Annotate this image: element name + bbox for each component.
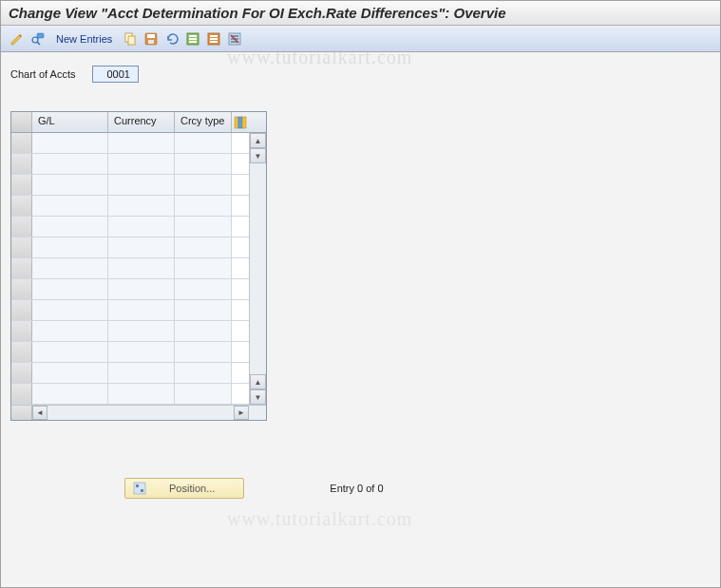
cell-currency[interactable] bbox=[108, 237, 175, 257]
cell-crcy-type[interactable] bbox=[175, 363, 232, 383]
table-row[interactable] bbox=[11, 258, 249, 279]
table-row[interactable] bbox=[11, 342, 249, 363]
cell-currency[interactable] bbox=[108, 196, 175, 216]
svg-rect-11 bbox=[189, 41, 197, 43]
table-row[interactable] bbox=[11, 237, 249, 258]
row-selector[interactable] bbox=[11, 196, 32, 216]
cell-currency[interactable] bbox=[108, 279, 175, 299]
svg-rect-21 bbox=[235, 117, 238, 128]
delete-icon[interactable] bbox=[226, 30, 243, 47]
row-selector[interactable] bbox=[11, 363, 32, 383]
content-area: Chart of Accts 0001 G/L Currency Crcy ty… bbox=[1, 52, 720, 583]
cell-crcy-type[interactable] bbox=[175, 237, 232, 257]
cell-gl[interactable] bbox=[32, 237, 108, 257]
cell-gl[interactable] bbox=[32, 300, 108, 320]
scroll-down-small-icon[interactable]: ▼ bbox=[250, 148, 266, 163]
cell-crcy-type[interactable] bbox=[175, 154, 232, 174]
horizontal-scrollbar[interactable]: ◄ ► bbox=[11, 405, 266, 420]
row-selector[interactable] bbox=[11, 384, 32, 404]
cell-currency[interactable] bbox=[108, 258, 175, 278]
vertical-scrollbar[interactable]: ▲ ▼ ▲ ▼ bbox=[249, 133, 266, 405]
row-selector[interactable] bbox=[11, 237, 32, 257]
cell-gl[interactable] bbox=[32, 321, 108, 341]
hscroll-track[interactable] bbox=[47, 406, 234, 420]
row-selector[interactable] bbox=[11, 154, 32, 174]
select-all-column[interactable] bbox=[11, 112, 32, 132]
cell-gl[interactable] bbox=[32, 258, 108, 278]
cell-crcy-type[interactable] bbox=[175, 217, 232, 237]
cell-currency[interactable] bbox=[108, 300, 175, 320]
table-row[interactable] bbox=[11, 175, 249, 196]
cell-currency[interactable] bbox=[108, 321, 175, 341]
toolbar: New Entries bbox=[1, 26, 720, 52]
save-icon[interactable] bbox=[142, 30, 160, 47]
data-grid: G/L Currency Crcy type ▲ ▼ ▲ ▼ ◄ ► bbox=[10, 111, 267, 421]
cell-currency[interactable] bbox=[108, 217, 175, 237]
cell-gl[interactable] bbox=[32, 217, 108, 237]
column-header-crcy-type[interactable]: Crcy type bbox=[175, 112, 232, 132]
cell-gl[interactable] bbox=[32, 175, 108, 195]
cell-crcy-type[interactable] bbox=[175, 175, 232, 195]
svg-rect-9 bbox=[189, 35, 197, 37]
row-selector[interactable] bbox=[11, 300, 32, 320]
row-selector[interactable] bbox=[11, 175, 32, 195]
scroll-track[interactable] bbox=[250, 163, 266, 374]
scroll-right-icon[interactable]: ► bbox=[234, 406, 249, 420]
table-row[interactable] bbox=[11, 300, 249, 321]
cell-crcy-type[interactable] bbox=[175, 321, 232, 341]
table-row[interactable] bbox=[11, 321, 249, 342]
cell-crcy-type[interactable] bbox=[175, 196, 232, 216]
row-selector[interactable] bbox=[11, 133, 32, 153]
cell-gl[interactable] bbox=[32, 363, 108, 383]
cell-crcy-type[interactable] bbox=[175, 300, 232, 320]
chart-of-accts-label: Chart of Accts bbox=[10, 68, 75, 80]
table-row[interactable] bbox=[11, 279, 249, 300]
copy-icon[interactable] bbox=[122, 30, 139, 47]
table-row[interactable] bbox=[11, 154, 249, 175]
cell-currency[interactable] bbox=[108, 342, 175, 362]
cell-crcy-type[interactable] bbox=[175, 342, 232, 362]
table-row[interactable] bbox=[11, 363, 249, 384]
cell-gl[interactable] bbox=[32, 154, 108, 174]
column-header-gl[interactable]: G/L bbox=[32, 112, 108, 132]
cell-currency[interactable] bbox=[108, 133, 175, 153]
row-selector[interactable] bbox=[11, 258, 32, 278]
svg-rect-10 bbox=[189, 38, 197, 40]
undo-icon[interactable] bbox=[163, 30, 180, 47]
new-entries-button[interactable]: New Entries bbox=[50, 33, 118, 45]
table-row[interactable] bbox=[11, 133, 249, 154]
table-row[interactable] bbox=[11, 217, 249, 237]
cell-currency[interactable] bbox=[108, 154, 175, 174]
configure-columns-icon[interactable] bbox=[232, 112, 249, 132]
scroll-up-icon[interactable]: ▲ bbox=[250, 133, 266, 148]
scroll-left-icon[interactable]: ◄ bbox=[32, 406, 47, 420]
cell-currency[interactable] bbox=[108, 175, 175, 195]
table-row[interactable] bbox=[11, 196, 249, 217]
cell-currency[interactable] bbox=[108, 363, 175, 383]
scroll-up-small-icon[interactable]: ▲ bbox=[250, 374, 266, 389]
cell-gl[interactable] bbox=[32, 342, 108, 362]
cell-crcy-type[interactable] bbox=[175, 384, 232, 404]
chart-of-accts-value[interactable]: 0001 bbox=[92, 66, 138, 83]
cell-crcy-type[interactable] bbox=[175, 133, 232, 153]
cell-gl[interactable] bbox=[32, 279, 108, 299]
select-all-icon[interactable] bbox=[184, 30, 201, 47]
title-bar: Change View "Acct Determination For OI E… bbox=[1, 1, 720, 26]
column-header-currency[interactable]: Currency bbox=[108, 112, 175, 132]
cell-crcy-type[interactable] bbox=[175, 279, 232, 299]
cell-crcy-type[interactable] bbox=[175, 258, 232, 278]
position-button[interactable]: Position... bbox=[124, 478, 244, 499]
find-icon[interactable] bbox=[29, 30, 47, 47]
cell-gl[interactable] bbox=[32, 196, 108, 216]
row-selector[interactable] bbox=[11, 321, 32, 341]
row-selector[interactable] bbox=[11, 217, 32, 237]
cell-gl[interactable] bbox=[32, 384, 108, 404]
row-selector[interactable] bbox=[11, 279, 32, 299]
cell-currency[interactable] bbox=[108, 384, 175, 404]
table-row[interactable] bbox=[11, 384, 249, 405]
change-display-icon[interactable] bbox=[9, 30, 26, 47]
cell-gl[interactable] bbox=[32, 133, 108, 153]
deselect-all-icon[interactable] bbox=[205, 30, 222, 47]
row-selector[interactable] bbox=[11, 342, 32, 362]
scroll-down-icon[interactable]: ▼ bbox=[250, 389, 266, 405]
